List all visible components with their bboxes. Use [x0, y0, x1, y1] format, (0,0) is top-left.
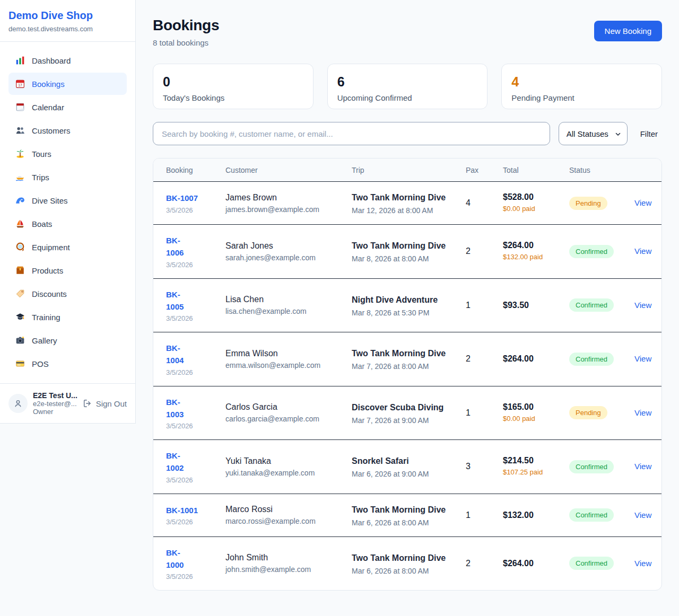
- sidebar-item-pos[interactable]: POS: [8, 353, 127, 375]
- status-badge: Confirmed: [569, 245, 614, 258]
- view-link[interactable]: View: [634, 354, 651, 363]
- view-link[interactable]: View: [634, 559, 651, 568]
- sidebar-item-training[interactable]: Training: [8, 306, 127, 328]
- trip-name: Two Tank Morning Dive: [352, 240, 449, 252]
- page-title: Bookings: [153, 17, 219, 34]
- total-amount: $93.50: [503, 301, 552, 310]
- page-header: Bookings 8 total bookings New Booking: [153, 17, 662, 47]
- sidebar-item-label: POS: [32, 359, 49, 368]
- sidebar-item-customers[interactable]: Customers: [8, 119, 127, 142]
- status-select[interactable]: All Statuses: [559, 122, 628, 145]
- stat-value: 6: [337, 74, 478, 90]
- sidebar-item-dive-sites[interactable]: Dive Sites: [8, 189, 127, 212]
- sign-out-icon: [82, 398, 93, 409]
- table-row: BK- 1000 3/5/2026 John Smith john.smith@…: [153, 536, 662, 590]
- booking-link[interactable]: BK- 1006: [166, 234, 208, 259]
- trip-date: Mar 6, 2026 at 9:00 AM: [352, 470, 449, 478]
- table-row: BK- 1002 3/5/2026 Yuki Tanaka yuki.tanak…: [153, 440, 662, 494]
- sidebar-item-trips[interactable]: Trips: [8, 166, 127, 188]
- customer-email: marco.rossi@example.com: [225, 517, 335, 525]
- booking-link[interactable]: BK- 1000: [166, 547, 208, 571]
- trip-name: Night Dive Adventure: [352, 294, 449, 306]
- bookings-icon: 17: [15, 78, 25, 89]
- stat-label: Pending Payment: [511, 93, 652, 102]
- customer-email: emma.wilson@example.com: [225, 361, 335, 369]
- stats-cards: 0Today's Bookings6Upcoming Confirmed4Pen…: [153, 64, 662, 109]
- pos-icon: [15, 358, 25, 369]
- new-booking-button[interactable]: New Booking: [594, 21, 662, 41]
- customers-icon: [15, 125, 25, 136]
- view-link[interactable]: View: [634, 247, 651, 256]
- trip-date: Mar 8, 2026 at 8:00 AM: [352, 254, 449, 263]
- trip-date: Mar 6, 2026 at 8:00 AM: [352, 518, 449, 527]
- table-row: BK-1001 3/5/2026 Marco Rossi marco.rossi…: [153, 494, 662, 536]
- bookings-table: BookingCustomerTripPaxTotalStatus BK-100…: [153, 159, 662, 590]
- trip-name: Snorkel Safari: [352, 455, 449, 468]
- user-name: E2E Test U...: [33, 391, 77, 400]
- sidebar-item-label: Tours: [32, 149, 51, 159]
- sign-out-button[interactable]: Sign Out: [82, 398, 127, 409]
- customer-name: Yuki Tanaka: [225, 456, 335, 466]
- trip-name: Two Tank Morning Dive: [352, 347, 449, 360]
- booking-link[interactable]: BK- 1003: [166, 396, 208, 421]
- trip-date: Mar 7, 2026 at 9:00 AM: [352, 416, 449, 425]
- booking-link[interactable]: BK- 1002: [166, 450, 208, 474]
- sidebar-item-equipment[interactable]: Equipment: [8, 236, 127, 258]
- pax-count: 2: [457, 536, 494, 590]
- trip-name: Two Tank Morning Dive: [352, 504, 449, 516]
- table-header-row: BookingCustomerTripPaxTotalStatus: [153, 159, 662, 182]
- trips-icon: [15, 172, 25, 182]
- total-amount: $264.00: [503, 241, 552, 250]
- discounts-icon: [15, 288, 25, 299]
- sidebar-item-discounts[interactable]: Discounts: [8, 283, 127, 305]
- filter-button[interactable]: Filter: [636, 129, 662, 138]
- table-row: BK- 1005 3/5/2026 Lisa Chen lisa.chen@ex…: [153, 278, 662, 332]
- sidebar-item-products[interactable]: Products: [8, 259, 127, 281]
- user-meta: E2E Test U... e2e-tester@... Owner: [33, 391, 77, 416]
- stat-value: 4: [511, 74, 652, 90]
- sign-out-label: Sign Out: [96, 399, 127, 408]
- column-header: Total: [494, 159, 561, 182]
- column-header: Pax: [457, 159, 494, 182]
- total-amount: $264.00: [503, 354, 552, 364]
- sidebar-item-label: Training: [32, 313, 60, 322]
- booking-link[interactable]: BK-1001: [166, 504, 208, 516]
- customer-email: james.brown@example.com: [225, 205, 335, 214]
- view-link[interactable]: View: [634, 408, 651, 417]
- pax-count: 2: [457, 332, 494, 386]
- view-link[interactable]: View: [634, 511, 651, 520]
- booking-link[interactable]: BK- 1005: [166, 288, 208, 313]
- booking-link[interactable]: BK- 1004: [166, 342, 208, 367]
- pax-count: 1: [457, 386, 494, 440]
- dive-sites-icon: [15, 195, 25, 206]
- column-header: Customer: [217, 159, 343, 182]
- trip-name: Two Tank Morning Dive: [352, 191, 449, 204]
- booking-date: 3/5/2026: [166, 476, 208, 484]
- equipment-icon: [15, 242, 25, 252]
- view-link[interactable]: View: [634, 462, 651, 471]
- status-badge: Confirmed: [569, 508, 614, 522]
- avatar: [8, 394, 28, 413]
- sidebar-item-label: Discounts: [32, 289, 67, 298]
- products-icon: [15, 265, 25, 276]
- sidebar-item-bookings[interactable]: 17Bookings: [8, 73, 127, 95]
- sidebar-item-gallery[interactable]: Gallery: [8, 329, 127, 351]
- user-role: Owner: [33, 408, 77, 416]
- view-link[interactable]: View: [634, 198, 651, 207]
- customer-email: lisa.chen@example.com: [225, 307, 335, 315]
- stat-card: 0Today's Bookings: [153, 64, 314, 109]
- sidebar-item-tours[interactable]: Tours: [8, 143, 127, 165]
- view-link[interactable]: View: [634, 301, 651, 310]
- dashboard-icon: [15, 55, 25, 66]
- sidebar-item-dashboard[interactable]: Dashboard: [8, 49, 127, 72]
- sidebar-item-boats[interactable]: Boats: [8, 213, 127, 235]
- search-input[interactable]: [153, 122, 550, 145]
- total-amount: $165.00: [503, 402, 552, 412]
- table-row: BK-1007 3/5/2026 James Brown james.brown…: [153, 182, 662, 225]
- status-select-wrap: All Statuses: [559, 122, 628, 145]
- sidebar-item-calendar[interactable]: Calendar: [8, 96, 127, 118]
- paid-amount: $0.00 paid: [503, 204, 552, 214]
- sidebar-item-label: Calendar: [32, 103, 64, 112]
- booking-link[interactable]: BK-1007: [166, 192, 208, 204]
- sidebar-item-label: Dive Sites: [32, 196, 68, 205]
